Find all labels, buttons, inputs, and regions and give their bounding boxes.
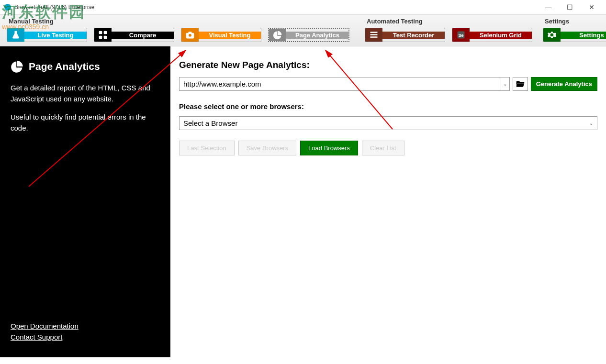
title-bar: BrowseEmAll (9.3.6) Enterprise — ☐ ✕ [0, 0, 606, 14]
maximize-button[interactable]: ☐ [559, 0, 581, 14]
gear-icon [547, 30, 557, 40]
svg-rect-7 [370, 34, 378, 35]
content-heading: Generate New Page Analytics: [179, 60, 597, 70]
group-title-automated: Automated Testing [365, 17, 532, 28]
test-recorder-button[interactable]: Test Recorder [365, 28, 445, 42]
pie-chart-icon [11, 60, 24, 73]
camera-icon [185, 30, 195, 40]
chevron-down-icon: ⌄ [589, 121, 593, 126]
svg-text:Se: Se [458, 33, 463, 38]
svg-rect-6 [370, 32, 378, 33]
browser-select-dropdown[interactable]: Select a Browser ⌄ [179, 116, 597, 130]
close-button[interactable]: ✕ [581, 0, 602, 14]
compare-button[interactable]: Compare [94, 28, 174, 42]
browser-select-label: Please select one or more browsers: [179, 102, 597, 110]
ribbon-group-settings: Settings Settings [540, 15, 606, 46]
url-dropdown-toggle[interactable]: ⌄ [501, 77, 509, 90]
pie-chart-icon [273, 30, 282, 40]
open-documentation-link[interactable]: Open Documentation [11, 322, 160, 330]
contact-support-link[interactable]: Contact Support [11, 333, 160, 341]
sidebar: Page Analytics Get a detailed report of … [0, 46, 170, 357]
page-analytics-button[interactable]: Page Analytics [268, 28, 349, 42]
generate-analytics-button[interactable]: Generate Analytics [531, 77, 597, 91]
ribbon-group-automated: Automated Testing Test Recorder Se Selen… [362, 15, 535, 46]
svg-rect-3 [99, 36, 102, 39]
svg-point-5 [189, 34, 191, 37]
svg-rect-4 [104, 36, 107, 39]
svg-point-0 [4, 4, 11, 11]
ribbon-toolbar: Manual Testing Live Testing Compare Visu… [0, 14, 606, 46]
window-title: BrowseEmAll (9.3.6) Enterprise [14, 4, 538, 11]
load-browsers-button[interactable]: Load Browsers [300, 141, 358, 155]
folder-open-icon [516, 79, 525, 89]
settings-button[interactable]: Settings [543, 28, 606, 42]
url-combobox[interactable]: ⌄ [179, 77, 510, 91]
svg-rect-1 [99, 31, 102, 34]
app-logo-icon [4, 3, 11, 11]
content-area: Generate New Page Analytics: ⌄ Generate … [170, 46, 606, 357]
svg-rect-2 [104, 31, 107, 34]
visual-testing-button[interactable]: Visual Testing [181, 28, 261, 42]
flask-icon [11, 30, 21, 40]
clear-list-button[interactable]: Clear List [362, 141, 404, 155]
selenium-icon: Se [456, 30, 466, 40]
minimize-button[interactable]: — [538, 0, 559, 14]
svg-rect-8 [370, 36, 378, 38]
group-title-manual: Manual Testing [7, 17, 349, 28]
live-testing-button[interactable]: Live Testing [7, 28, 87, 42]
group-title-settings: Settings [543, 17, 606, 28]
last-selection-button[interactable]: Last Selection [179, 141, 235, 155]
list-icon [369, 30, 379, 40]
url-input[interactable] [180, 77, 501, 90]
sidebar-title: Page Analytics [11, 60, 160, 73]
browse-folder-button[interactable] [513, 77, 528, 91]
sidebar-desc-2: Useful to quickly find potential errors … [11, 112, 160, 133]
sidebar-desc-1: Get a detailed report of the HTML, CSS a… [11, 83, 160, 104]
selenium-grid-button[interactable]: Se Selenium Grid [452, 28, 532, 42]
save-browsers-button[interactable]: Save Browsers [238, 141, 296, 155]
grid-icon [98, 30, 108, 40]
ribbon-group-manual: Manual Testing Live Testing Compare Visu… [4, 15, 352, 46]
